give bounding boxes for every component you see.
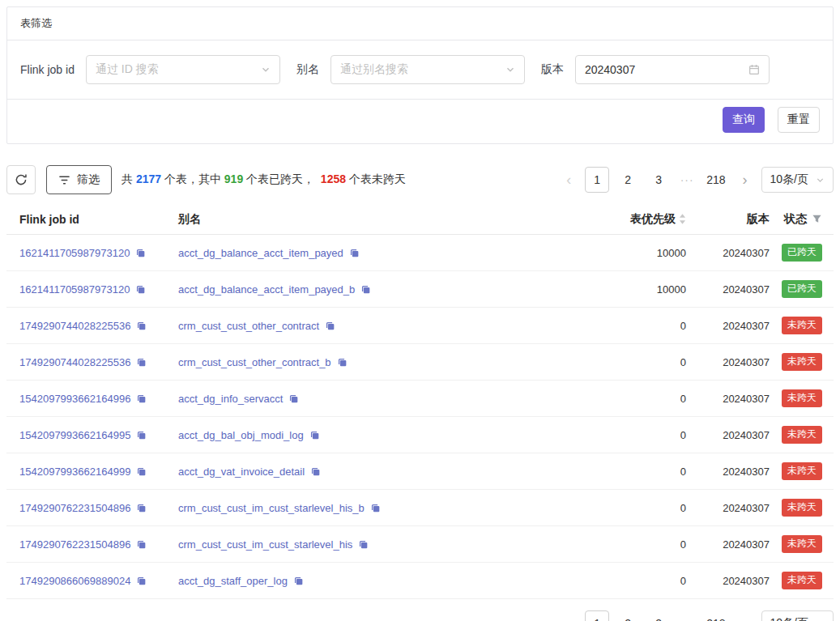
priority-cell: 0 [589,320,686,332]
copy-icon[interactable] [136,466,147,477]
copy-icon[interactable] [136,576,147,586]
copy-icon[interactable] [136,357,147,368]
flink-job-id-link[interactable]: 1749290866069889024 [19,575,130,587]
alias-link[interactable]: acct_dg_balance_acct_item_payed_b [178,283,355,296]
table-body: 1621411705987973120 acct_dg_balance_acct… [6,235,834,599]
flink-job-id-link[interactable]: 1749290744028225536 [19,320,130,332]
flink-job-id-cell: 1749290762231504896 [6,502,178,514]
next-page-button[interactable]: › [736,610,755,621]
priority-cell: 10000 [589,247,686,259]
copy-icon[interactable] [293,576,304,586]
priority-cell: 0 [589,429,686,441]
copy-icon[interactable] [136,321,147,331]
flink-job-id-cell: 1749290744028225536 [6,356,178,368]
flink-job-id-link[interactable]: 1749290744028225536 [19,356,130,368]
table-row: 1749290866069889024 acct_dg_staff_oper_l… [6,563,834,599]
flink-job-id-cell: 1542097993662164995 [6,429,178,441]
copy-icon[interactable] [325,321,335,331]
alias-link[interactable]: crm_cust_cust_im_cust_starlevel_his [178,538,352,551]
copy-icon[interactable] [136,393,147,404]
refresh-icon [15,173,28,186]
alias-link[interactable]: acct_dg_balance_acct_item_payed [178,247,343,259]
status-badge: 未跨天 [782,317,822,334]
copy-icon[interactable] [349,248,360,258]
page-button-218[interactable]: 218 [703,167,728,193]
page-button-1[interactable]: 1 [585,167,609,193]
table-summary: 共 2177 个表，其中 919 个表已跨天， 1258 个表未跨天 [122,172,406,187]
status-cell: 未跨天 [770,389,834,407]
alias-select[interactable]: 通过别名搜索 [330,55,525,84]
prev-page-button[interactable]: ‹ [559,167,578,193]
copy-icon[interactable] [136,539,147,550]
pagination: ‹123···218›10条/页 [559,610,834,621]
copy-icon[interactable] [310,466,321,477]
alias-cell: acct_dg_balance_acct_item_payed_b [178,283,589,296]
chevron-down-icon [261,65,271,74]
filter-lines-icon [58,174,70,186]
version-cell: 20240307 [686,283,770,296]
status-badge: 未跨天 [782,462,822,480]
page-button-1[interactable]: 1 [585,610,609,621]
version-cell: 20240307 [686,429,770,441]
alias-cell: crm_cust_cust_im_cust_starlevel_his_b [178,502,589,514]
page-root: 表筛选 Flink job id 通过 ID 搜索 别名 通过别名搜索 [0,6,840,621]
prev-page-button[interactable]: ‹ [559,610,578,621]
page-button-218[interactable]: 218 [703,610,728,621]
page-button-3[interactable]: 3 [646,167,671,193]
copy-icon[interactable] [288,393,299,404]
status-cell: 未跨天 [770,317,834,334]
flink-job-id-link[interactable]: 1542097993662164999 [19,466,130,478]
query-button[interactable]: 查询 [723,107,765,133]
page-button-2[interactable]: 2 [616,610,640,621]
page-button-2[interactable]: 2 [616,167,640,193]
page-button-3[interactable]: 3 [646,610,671,621]
version-date-input[interactable]: 20240307 [575,55,770,84]
flink-job-id-cell: 1621411705987973120 [6,283,178,296]
alias-cell: acct_dg_vat_invoice_detail [178,466,589,478]
next-page-button[interactable]: › [736,167,755,193]
filter-card-title: 表筛选 [7,7,833,40]
flink-job-id-link[interactable]: 1542097993662164995 [19,429,130,441]
pagination: ‹123···218›10条/页 [559,167,834,193]
table-header-row: Flink job id 别名 表优先级 版本 状态 [6,204,834,235]
copy-icon[interactable] [358,539,369,550]
table-row: 1621411705987973120 acct_dg_balance_acct… [6,235,834,271]
page-size-select[interactable]: 10条/页 [761,610,834,621]
copy-icon[interactable] [136,430,147,440]
copy-icon[interactable] [136,503,147,513]
reset-button[interactable]: 重置 [778,107,820,133]
copy-icon[interactable] [370,503,381,513]
table-toolbar: 筛选 共 2177 个表，其中 919 个表已跨天， 1258 个表未跨天 ‹1… [6,165,834,194]
alias-link[interactable]: acct_dg_vat_invoice_detail [178,466,305,478]
page-size-select[interactable]: 10条/页 [761,167,834,193]
alias-link[interactable]: acct_dg_info_servacct [178,393,283,405]
flink-job-id-link[interactable]: 1749290762231504896 [19,502,130,514]
priority-cell: 10000 [589,283,686,296]
copy-icon[interactable] [135,248,146,258]
table-row: 1542097993662164996 acct_dg_info_servacc… [6,381,834,417]
header-priority[interactable]: 表优先级 [589,212,686,227]
flink-job-id-link[interactable]: 1542097993662164996 [19,393,130,405]
status-cell: 已跨天 [770,280,834,298]
sort-icon[interactable] [679,213,686,225]
flink-job-id-link[interactable]: 1621411705987973120 [19,247,130,259]
summary-mid2: 个表已跨天， [243,172,321,185]
filter-panel-button[interactable]: 筛选 [46,165,112,194]
alias-link[interactable]: crm_cust_cust_other_contract_b [178,356,331,368]
copy-icon[interactable] [337,357,348,368]
version-cell: 20240307 [686,247,770,259]
copy-icon[interactable] [360,284,371,295]
alias-link[interactable]: acct_dg_staff_oper_log [178,575,288,587]
table-row: 1749290744028225536 crm_cust_cust_other_… [6,344,834,381]
copy-icon[interactable] [309,430,320,440]
refresh-button[interactable] [6,165,36,194]
copy-icon[interactable] [135,284,146,295]
filter-funnel-icon[interactable] [812,214,822,224]
alias-link[interactable]: crm_cust_cust_im_cust_starlevel_his_b [178,502,365,514]
status-badge: 未跨天 [782,426,822,444]
alias-link[interactable]: crm_cust_cust_other_contract [178,320,319,332]
alias-link[interactable]: acct_dg_bal_obj_modi_log [178,429,304,441]
flink-job-id-link[interactable]: 1749290762231504896 [19,538,130,551]
flink-job-id-link[interactable]: 1621411705987973120 [19,283,130,296]
flink-job-id-select[interactable]: 通过 ID 搜索 [86,55,280,84]
